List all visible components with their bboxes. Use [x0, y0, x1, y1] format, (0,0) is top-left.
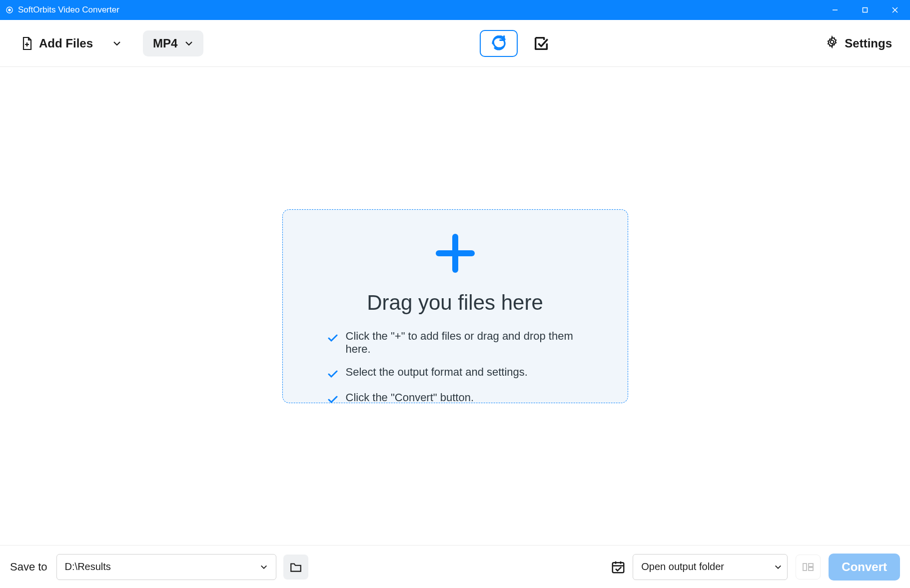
chevron-down-icon: [112, 39, 121, 48]
format-select[interactable]: MP4: [143, 30, 203, 56]
title-bar: SoftOrbits Video Converter: [0, 0, 910, 20]
hint-text: Click the "+" to add files or drag and d…: [346, 330, 583, 356]
save-path-dropdown[interactable]: [255, 563, 273, 571]
check-icon: [328, 394, 338, 407]
main-area: Drag you files here Click the "+" to add…: [0, 67, 910, 545]
bottom-bar: Save to D:\Results Open output folder: [0, 545, 910, 588]
hint-item: Select the output format and settings.: [328, 366, 583, 381]
after-convert-action-select[interactable]: Open output folder: [633, 554, 788, 580]
svg-rect-16: [809, 564, 813, 567]
hint-item: Click the "+" to add files or drag and d…: [328, 330, 583, 356]
toolbar: Add Files MP4: [0, 20, 910, 67]
save-path-input[interactable]: D:\Results: [56, 554, 276, 580]
drop-title: Drag you files here: [367, 291, 543, 315]
svg-rect-11: [613, 563, 624, 573]
svg-rect-3: [863, 8, 868, 12]
hints-list: Click the "+" to add files or drag and d…: [283, 330, 628, 417]
chevron-down-icon: [774, 563, 782, 571]
add-file-icon: [21, 36, 33, 50]
merge-button[interactable]: [796, 555, 821, 580]
hint-text: Select the output format and settings.: [346, 366, 528, 379]
chevron-down-icon: [260, 563, 268, 571]
minimize-button[interactable]: [820, 0, 850, 20]
window-title: SoftOrbits Video Converter: [18, 5, 119, 15]
maximize-button[interactable]: [850, 0, 880, 20]
gear-icon: [826, 35, 839, 51]
settings-label: Settings: [845, 36, 892, 50]
svg-rect-17: [809, 568, 813, 571]
svg-rect-15: [803, 564, 807, 571]
hint-item: Click the "Convert" button.: [328, 391, 583, 407]
close-button[interactable]: [880, 0, 910, 20]
hint-text: Click the "Convert" button.: [346, 391, 474, 404]
schedule-icon[interactable]: [611, 560, 626, 575]
svg-point-8: [831, 40, 834, 43]
check-icon: [328, 368, 338, 381]
plus-icon: [434, 232, 477, 277]
select-all-button[interactable]: [533, 35, 550, 52]
add-files-dropdown[interactable]: [108, 34, 126, 52]
format-selected-label: MP4: [153, 36, 177, 50]
checkbox-icon: [533, 35, 550, 52]
convert-button[interactable]: Convert: [829, 554, 900, 581]
chevron-down-icon: [184, 39, 193, 48]
add-files-label: Add Files: [39, 36, 93, 50]
folder-icon: [289, 561, 302, 573]
drop-zone[interactable]: Drag you files here Click the "+" to add…: [282, 209, 628, 403]
window-controls: [820, 0, 910, 20]
browse-folder-button[interactable]: [283, 555, 308, 580]
check-icon: [328, 332, 338, 345]
app-icon: [5, 5, 14, 14]
merge-icon: [802, 562, 814, 572]
convert-label: Convert: [842, 560, 887, 574]
save-path-value: D:\Results: [65, 561, 255, 573]
add-files-button[interactable]: Add Files: [21, 36, 93, 50]
after-convert-action-label: Open output folder: [641, 561, 774, 573]
rotate-button[interactable]: [480, 30, 518, 57]
settings-button[interactable]: Settings: [826, 35, 892, 51]
save-to-label: Save to: [10, 561, 47, 574]
svg-point-1: [8, 9, 10, 11]
rotate-icon: [491, 35, 507, 51]
